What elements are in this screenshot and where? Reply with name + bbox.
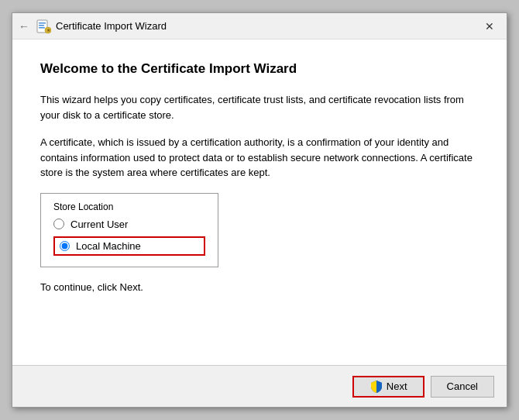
window-title: Certificate Import Wizard — [56, 20, 479, 32]
paragraph-2: A certificate, which is issued by a cert… — [40, 135, 479, 181]
wizard-window: ← ★ Certificate Import Wizard ✕ Welcome … — [12, 12, 507, 408]
current-user-radio[interactable] — [53, 219, 64, 229]
current-user-row: Current User — [53, 219, 205, 230]
close-button[interactable]: ✕ — [479, 18, 500, 35]
store-location-group: Store Location Current User Local Machin… — [40, 193, 218, 267]
footer: Next Cancel — [12, 365, 507, 407]
svg-rect-2 — [39, 25, 44, 26]
paragraph-1: This wizard helps you copy certificates,… — [40, 92, 479, 122]
wizard-heading: Welcome to the Certificate Import Wizard — [40, 61, 479, 77]
local-machine-row: Local Machine — [53, 236, 205, 256]
back-button[interactable]: ← — [19, 20, 29, 33]
title-bar: ← ★ Certificate Import Wizard ✕ — [12, 13, 507, 40]
continue-text: To continue, click Next. — [40, 281, 479, 293]
next-button[interactable]: Next — [352, 376, 424, 398]
svg-text:★: ★ — [46, 28, 50, 33]
cert-icon: ★ — [36, 19, 51, 34]
local-machine-label[interactable]: Local Machine — [76, 240, 141, 252]
shield-icon — [369, 380, 383, 394]
cancel-button[interactable]: Cancel — [431, 376, 494, 398]
svg-rect-1 — [39, 22, 46, 24]
store-location-label: Store Location — [53, 201, 205, 212]
svg-rect-3 — [39, 27, 45, 29]
local-machine-radio[interactable] — [60, 241, 70, 251]
next-label: Next — [387, 380, 407, 392]
wizard-content: Welcome to the Certificate Import Wizard… — [12, 40, 507, 365]
cancel-label: Cancel — [447, 380, 478, 392]
current-user-label[interactable]: Current User — [70, 219, 128, 230]
